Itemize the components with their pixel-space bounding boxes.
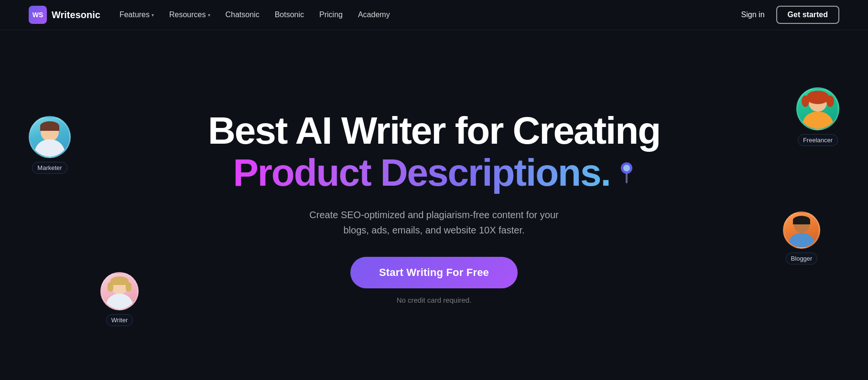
nav-left: WS Writesonic Features ▾ Resources ▾ Cha… [29,6,390,24]
no-credit-label: No credit card required. [397,296,472,304]
nav-link-chatsonic[interactable]: Chatsonic [226,11,260,19]
chevron-down-icon: ▾ [152,12,154,18]
avatar-marketer: Marketer [29,116,71,174]
logo-initials: WS [33,11,43,19]
avatar-blogger-label: Blogger [786,253,818,264]
sign-in-button[interactable]: Sign in [741,11,765,19]
avatar-freelancer-label: Freelancer [798,134,838,146]
nav-links: Features ▾ Resources ▾ Chatsonic Botsoni… [119,11,390,19]
nav-item-resources[interactable]: Resources ▾ [169,11,210,19]
nav-right: Sign in Get started [741,6,839,24]
nav-item-features[interactable]: Features ▾ [119,11,154,19]
navbar: WS Writesonic Features ▾ Resources ▾ Cha… [0,0,868,30]
brand-name: Writesonic [52,10,100,21]
nav-link-resources[interactable]: Resources ▾ [169,11,210,19]
nav-item-chatsonic[interactable]: Chatsonic [226,11,260,19]
logo-area[interactable]: WS Writesonic [29,6,100,24]
start-writing-button[interactable]: Start Writing For Free [350,257,518,288]
get-started-button[interactable]: Get started [776,6,839,24]
avatar-blogger-image [783,211,820,249]
hero-title-line1: Best AI Writer for Creating [208,110,660,152]
nav-item-pricing[interactable]: Pricing [319,11,343,19]
avatar-marketer-image [29,116,71,158]
hero-subtitle: Create SEO-optimized and plagiarism-free… [295,207,573,238]
hero-title-line2: Product Descriptions. [233,152,635,194]
avatar-blogger: Blogger [783,211,820,264]
avatar-writer-label: Writer [106,314,133,326]
nav-link-features[interactable]: Features ▾ [119,11,154,19]
nav-item-botsonic[interactable]: Botsonic [275,11,304,19]
svg-rect-2 [626,173,628,183]
cursor-icon [618,161,635,184]
avatar-marketer-label: Marketer [32,162,67,174]
nav-link-botsonic[interactable]: Botsonic [275,11,304,19]
avatar-freelancer: Freelancer [796,87,839,146]
avatar-writer-image [100,272,139,310]
avatar-writer: Writer [100,272,139,326]
svg-point-1 [623,165,630,171]
nav-link-pricing[interactable]: Pricing [319,11,343,19]
hero-title-gradient: Product Descriptions. [233,152,610,194]
logo-icon: WS [29,6,47,24]
hero-section: Marketer Writer Freelancer [0,30,868,374]
avatar-freelancer-image [796,87,839,130]
chevron-down-icon: ▾ [208,12,210,18]
hero-cta: Start Writing For Free [350,257,518,288]
nav-link-academy[interactable]: Academy [358,11,390,19]
nav-item-academy[interactable]: Academy [358,11,390,19]
